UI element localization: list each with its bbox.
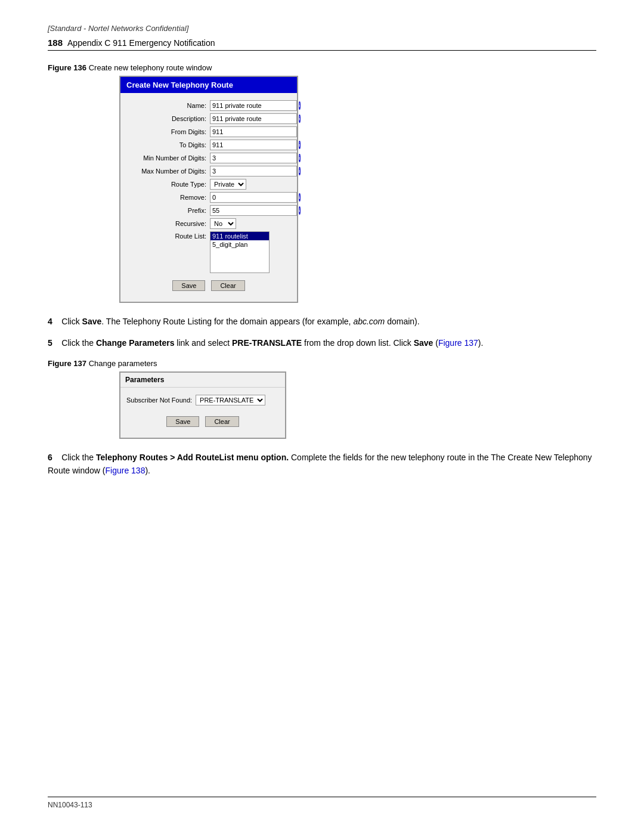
to-digits-input[interactable] bbox=[210, 140, 297, 150]
name-label: Name: bbox=[126, 102, 210, 109]
step5-paragraph: 5 Click the Change Parameters link and s… bbox=[48, 336, 596, 349]
step6-text-before: Click the bbox=[61, 453, 96, 462]
step6-paragraph: 6 Click the Telephony Routes > Add Route… bbox=[48, 451, 596, 478]
to-digits-info-icon: i bbox=[299, 141, 301, 149]
prefix-input[interactable] bbox=[210, 205, 297, 216]
step4-save-bold: Save bbox=[82, 317, 102, 326]
recursive-select[interactable]: No Yes bbox=[210, 218, 236, 229]
min-digits-input[interactable] bbox=[210, 153, 297, 163]
name-info-icon: i bbox=[299, 101, 301, 110]
step4-text-after: . The Telephony Route Listing for the do… bbox=[101, 317, 353, 326]
recursive-label: Recursive: bbox=[126, 220, 210, 227]
params-title-bar: Parameters bbox=[120, 373, 285, 388]
step5-end: ). bbox=[478, 338, 484, 348]
save-button[interactable]: Save bbox=[172, 280, 205, 291]
subscriber-label: Subscriber Not Found: bbox=[126, 397, 192, 404]
step5-change-params: Change Parameters bbox=[96, 338, 175, 348]
appendix-title: Appendix C 911 Emergency Notification bbox=[67, 38, 215, 48]
step5-text-before: Click the bbox=[61, 338, 96, 348]
description-label: Description: bbox=[126, 115, 210, 122]
step4-number: 4 bbox=[48, 317, 52, 326]
step6-link[interactable]: Figure 138 bbox=[106, 466, 145, 475]
page-number: 188 bbox=[48, 38, 63, 48]
step5-text-middle: link and select bbox=[174, 338, 232, 348]
step6-end: ). bbox=[145, 466, 150, 475]
prefix-label: Prefix: bbox=[126, 207, 210, 214]
max-digits-input[interactable] bbox=[210, 166, 297, 176]
prefix-info-icon: i bbox=[299, 206, 301, 215]
remove-label: Remove: bbox=[126, 194, 210, 201]
step6-bold1: Telephony Routes > Add RouteList menu op… bbox=[96, 453, 289, 462]
step5-link[interactable]: Figure 137 bbox=[438, 338, 478, 348]
step4-end: domain). bbox=[385, 317, 419, 326]
max-digits-info-icon: i bbox=[299, 167, 301, 175]
route-type-select[interactable]: Private Public bbox=[210, 179, 246, 190]
from-digits-label: From Digits: bbox=[126, 128, 210, 135]
route-list-item-5digit[interactable]: 5_digit_plan bbox=[210, 240, 269, 249]
to-digits-label: To Digits: bbox=[126, 141, 210, 148]
step5-text-after: from the drop down list. Click bbox=[302, 338, 414, 348]
step5-number: 5 bbox=[48, 338, 52, 348]
dialog-title-bar: Create New Telephony Route bbox=[120, 77, 297, 93]
remove-input[interactable] bbox=[210, 192, 297, 203]
description-info-icon: i bbox=[299, 114, 301, 123]
from-digits-input[interactable] bbox=[210, 126, 297, 137]
figure136-label: Figure 136 Create new telephony route wi… bbox=[48, 63, 212, 72]
route-list-item-911[interactable]: 911 routelist bbox=[210, 232, 269, 240]
min-digits-label: Min Number of Digits: bbox=[126, 154, 210, 162]
remove-info-icon: i bbox=[299, 193, 301, 202]
step4-abc: abc.com bbox=[353, 317, 385, 326]
doc-number: NN10043-113 bbox=[48, 801, 92, 809]
route-list-box[interactable]: 911 routelist 5_digit_plan bbox=[210, 231, 270, 273]
step5-pre-translate: PRE-TRANSLATE bbox=[232, 338, 302, 348]
name-input[interactable] bbox=[210, 100, 297, 111]
step4-paragraph: 4 Click Save. The Telephony Route Listin… bbox=[48, 315, 596, 328]
max-digits-label: Max Number of Digits: bbox=[126, 168, 210, 175]
params-clear-button[interactable]: Clear bbox=[205, 416, 239, 427]
subscriber-select[interactable]: PRE-TRANSLATE bbox=[196, 395, 265, 405]
create-telephony-route-dialog: Create New Telephony Route Name: i Descr… bbox=[119, 76, 298, 303]
step4-text-before: Click bbox=[61, 317, 82, 326]
figure137-label: Figure 137 Change parameters bbox=[48, 359, 157, 368]
parameters-dialog: Parameters Subscriber Not Found: PRE-TRA… bbox=[119, 371, 286, 439]
clear-button[interactable]: Clear bbox=[211, 280, 244, 291]
step6-number: 6 bbox=[48, 453, 52, 462]
route-type-label: Route Type: bbox=[126, 181, 210, 188]
min-digits-info-icon: i bbox=[299, 154, 301, 162]
route-list-label: Route List: bbox=[126, 231, 210, 240]
page-footer: NN10043-113 bbox=[48, 797, 596, 809]
params-save-button[interactable]: Save bbox=[166, 416, 199, 427]
step5-save: Save bbox=[414, 338, 434, 348]
confidential-header: [Standard - Nortel Networks Confidential… bbox=[48, 24, 596, 33]
description-input[interactable] bbox=[210, 113, 297, 124]
